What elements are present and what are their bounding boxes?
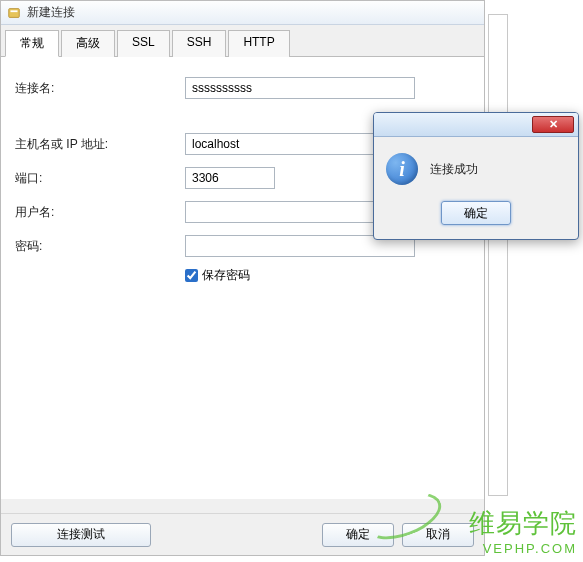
connection-name-label: 连接名: (15, 80, 185, 97)
save-password-label: 保存密码 (202, 267, 250, 284)
new-connection-dialog: 新建连接 常规 高级 SSL SSH HTTP 连接名: 主机名或 IP 地址:… (0, 0, 485, 556)
tab-http[interactable]: HTTP (228, 30, 289, 57)
watermark-url: VEPHP.COM (469, 541, 577, 556)
app-icon (7, 6, 21, 20)
close-button[interactable]: ✕ (532, 116, 574, 133)
dialog-title: 新建连接 (27, 4, 75, 21)
info-icon: i (386, 153, 418, 185)
tab-advanced[interactable]: 高级 (61, 30, 115, 57)
svg-rect-1 (11, 10, 18, 12)
message-text: 连接成功 (430, 161, 478, 178)
tab-ssl[interactable]: SSL (117, 30, 170, 57)
watermark-text: 维易学院 (469, 506, 577, 541)
background-panel-edge (488, 14, 508, 496)
host-label: 主机名或 IP 地址: (15, 136, 185, 153)
tab-general[interactable]: 常规 (5, 30, 59, 57)
close-icon: ✕ (549, 118, 558, 131)
port-label: 端口: (15, 170, 185, 187)
test-connection-button[interactable]: 连接测试 (11, 523, 151, 547)
watermark: 维易学院 VEPHP.COM (469, 506, 577, 556)
tabs-bar: 常规 高级 SSL SSH HTTP (1, 25, 484, 57)
message-box-footer: 确定 (374, 195, 578, 235)
connection-name-input[interactable] (185, 77, 415, 99)
message-box: ✕ i 连接成功 确定 (373, 112, 579, 240)
message-box-body: i 连接成功 (374, 137, 578, 195)
username-label: 用户名: (15, 204, 185, 221)
message-box-titlebar: ✕ (374, 113, 578, 137)
svg-rect-0 (9, 8, 20, 17)
tab-ssh[interactable]: SSH (172, 30, 227, 57)
message-ok-button[interactable]: 确定 (441, 201, 511, 225)
save-password-checkbox[interactable] (185, 269, 198, 282)
password-label: 密码: (15, 238, 185, 255)
port-input[interactable] (185, 167, 275, 189)
dialog-titlebar: 新建连接 (1, 1, 484, 25)
